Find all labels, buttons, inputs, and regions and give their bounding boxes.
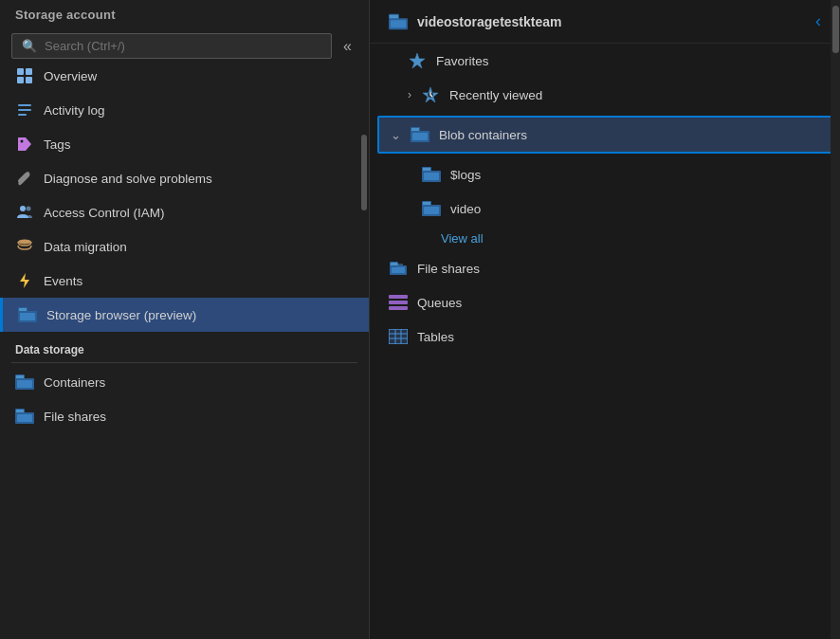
- sidebar-item-access-control-label: Access Control (IAM): [44, 206, 165, 220]
- tree-item-video-label: video: [450, 202, 481, 216]
- grid-icon: [15, 66, 34, 85]
- file-shares-icon: [15, 407, 34, 426]
- tree-item-recently-viewed[interactable]: › Recently viewed: [370, 78, 840, 112]
- svg-rect-34: [412, 133, 428, 140]
- container-icon: [15, 373, 34, 392]
- svg-rect-40: [423, 168, 430, 171]
- tree-item-queues-label: Queues: [417, 296, 462, 310]
- data-storage-section-label: Data storage: [0, 332, 369, 360]
- resource-header: videostoragetestkteam ‹: [370, 0, 840, 44]
- database-icon: [15, 237, 34, 256]
- table-icon: [389, 327, 408, 346]
- sidebar-item-diagnose-label: Diagnose and solve problems: [44, 172, 212, 186]
- sidebar-item-overview-label: Overview: [44, 69, 97, 83]
- tree-item-logs-label: $logs: [450, 168, 481, 182]
- sidebar-item-tags[interactable]: Tags: [0, 127, 369, 161]
- tree-item-file-shares[interactable]: File shares: [370, 251, 840, 285]
- sidebar-scrollbar-thumb: [361, 135, 367, 210]
- sidebar-item-tags-label: Tags: [44, 137, 71, 152]
- tree-item-tables-label: Tables: [417, 330, 454, 344]
- wrench-icon: [15, 169, 34, 188]
- tree-item-recently-viewed-label: Recently viewed: [449, 88, 542, 102]
- tree-item-tables[interactable]: Tables: [370, 320, 840, 354]
- svg-rect-2: [17, 77, 24, 83]
- tree-item-favorites-label: Favorites: [436, 54, 489, 68]
- collapse-sidebar-button[interactable]: «: [338, 36, 357, 57]
- sidebar-item-storage-browser[interactable]: Storage browser (preview): [0, 298, 369, 332]
- svg-point-12: [18, 240, 31, 245]
- sidebar-item-data-migration[interactable]: Data migration: [0, 229, 369, 264]
- right-panel: videostoragetestkteam ‹ Favorites › Rece…: [370, 0, 840, 639]
- tree-item-file-shares-label: File shares: [417, 262, 480, 276]
- people-icon: [15, 203, 34, 222]
- svg-rect-1: [26, 68, 32, 75]
- sidebar-item-activity-log-label: Activity log: [44, 103, 105, 118]
- svg-marker-13: [20, 273, 29, 288]
- svg-rect-23: [17, 414, 32, 422]
- search-input[interactable]: [45, 39, 321, 53]
- star-icon: [408, 51, 427, 70]
- queue-icon: [389, 293, 408, 312]
- view-all-link[interactable]: View all: [370, 226, 840, 251]
- svg-rect-51: [389, 295, 408, 299]
- recently-viewed-chevron: ›: [408, 88, 411, 101]
- tag-icon: [15, 135, 34, 154]
- tree-item-video[interactable]: video: [370, 192, 840, 226]
- sidebar: Storage account 🔍 « Overview: [0, 0, 370, 639]
- svg-rect-44: [423, 202, 430, 205]
- file-shares-right-icon: [389, 259, 408, 278]
- svg-marker-30: [410, 53, 425, 68]
- lightning-icon: [15, 271, 34, 290]
- svg-point-10: [20, 206, 26, 211]
- blob-containers-icon: [411, 125, 429, 144]
- svg-rect-38: [424, 173, 439, 180]
- sidebar-item-file-shares-label: File shares: [44, 410, 106, 424]
- svg-rect-48: [391, 263, 397, 265]
- svg-rect-5: [18, 109, 31, 111]
- list-icon: [15, 100, 34, 119]
- tree-item-favorites[interactable]: Favorites: [370, 44, 840, 78]
- svg-rect-0: [17, 68, 24, 75]
- collapse-right-button[interactable]: ‹: [815, 11, 821, 31]
- sidebar-header: Storage account: [0, 0, 369, 26]
- sidebar-item-diagnose[interactable]: Diagnose and solve problems: [0, 161, 369, 195]
- svg-rect-27: [391, 20, 406, 27]
- svg-rect-15: [20, 313, 35, 320]
- tree-item-logs[interactable]: $logs: [370, 157, 840, 192]
- svg-rect-4: [18, 104, 31, 106]
- right-scrollbar-track: [831, 0, 840, 639]
- svg-rect-17: [19, 308, 27, 311]
- svg-rect-29: [390, 14, 398, 18]
- sidebar-item-file-shares[interactable]: File shares: [0, 399, 369, 433]
- svg-rect-6: [18, 114, 27, 116]
- storage-browser-icon: [18, 305, 37, 324]
- sidebar-item-activity-log[interactable]: Activity log: [0, 93, 369, 127]
- svg-rect-42: [424, 207, 439, 214]
- sidebar-item-access-control[interactable]: Access Control (IAM): [0, 195, 369, 229]
- search-row: 🔍 «: [11, 33, 357, 59]
- nav-list: Overview Activity log: [0, 59, 369, 433]
- resource-name: videostoragetestkteam: [417, 14, 806, 29]
- sidebar-item-storage-browser-label: Storage browser (preview): [46, 308, 196, 322]
- svg-point-11: [27, 207, 31, 211]
- sidebar-item-containers-label: Containers: [44, 375, 105, 390]
- sidebar-item-events[interactable]: Events: [0, 264, 369, 298]
- svg-rect-36: [411, 128, 419, 131]
- resource-storage-icon: [389, 12, 408, 31]
- recently-viewed-icon: [421, 85, 440, 104]
- svg-marker-7: [18, 137, 31, 151]
- svg-rect-53: [389, 306, 408, 310]
- sidebar-item-overview[interactable]: Overview: [0, 59, 369, 93]
- sidebar-item-events-label: Events: [44, 274, 82, 288]
- logs-icon: [422, 165, 441, 184]
- tree-item-queues[interactable]: Queues: [370, 285, 840, 320]
- tree-item-blob-containers[interactable]: ⌄ Blob containers: [377, 116, 832, 154]
- svg-rect-3: [26, 77, 32, 83]
- video-icon: [422, 199, 441, 218]
- sidebar-item-data-migration-label: Data migration: [44, 240, 127, 254]
- search-wrap: 🔍: [11, 33, 332, 59]
- blob-containers-chevron: ⌄: [391, 128, 401, 142]
- sidebar-nav-area: Overview Activity log: [0, 59, 369, 639]
- sidebar-item-containers[interactable]: Containers: [0, 365, 369, 399]
- svg-rect-25: [16, 410, 24, 412]
